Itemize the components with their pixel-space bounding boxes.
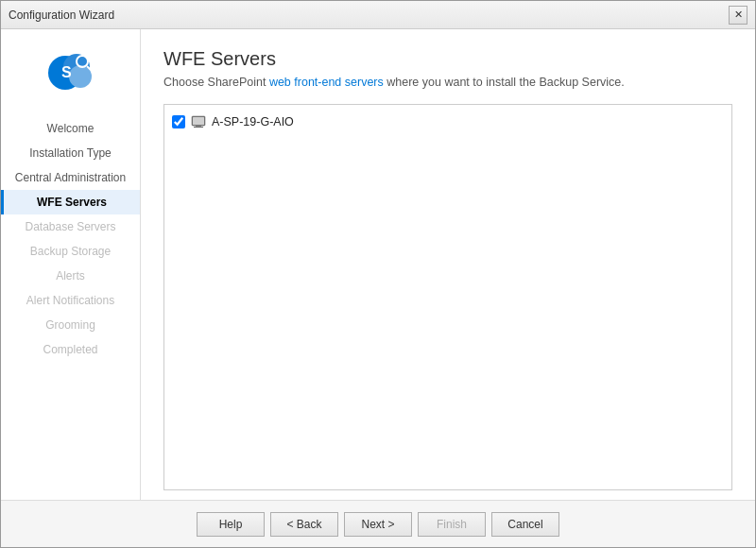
next-button[interactable]: Next > — [344, 512, 412, 537]
server-checkbox[interactable] — [172, 115, 185, 128]
subtitle-plain: Choose SharePoint — [163, 76, 269, 89]
page-subtitle: Choose SharePoint web front-end servers … — [163, 76, 732, 89]
server-list-item: A-SP-19-G-AIO — [172, 112, 724, 131]
svg-text:S: S — [61, 64, 72, 80]
help-button[interactable]: Help — [197, 512, 265, 537]
page-title: WFE Servers — [163, 48, 732, 70]
window-title: Configuration Wizard — [9, 9, 114, 22]
app-logo: S — [46, 48, 95, 97]
sidebar-item-central-administration[interactable]: Central Administration — [1, 165, 140, 190]
close-button[interactable]: ✕ — [729, 6, 747, 25]
configuration-wizard-window: Configuration Wizard ✕ S Welcome Install… — [0, 0, 756, 548]
back-button[interactable]: < Back — [270, 512, 338, 537]
main-content: WFE Servers Choose SharePoint web front-… — [141, 29, 755, 500]
sidebar-item-welcome[interactable]: Welcome — [1, 116, 140, 141]
sidebar-item-installation-type[interactable]: Installation Type — [1, 141, 140, 165]
sidebar-item-backup-storage: Backup Storage — [1, 239, 140, 264]
server-name: A-SP-19-G-AIO — [212, 115, 294, 128]
svg-rect-9 — [194, 127, 203, 128]
sidebar-item-wfe-servers[interactable]: WFE Servers — [1, 190, 140, 214]
sidebar-item-alert-notifications: Alert Notifications — [1, 288, 140, 313]
title-bar: Configuration Wizard ✕ — [1, 1, 755, 29]
button-bar: Help < Back Next > Finish Cancel — [1, 500, 755, 547]
sidebar-item-alerts: Alerts — [1, 264, 140, 288]
sidebar-item-database-servers: Database Servers — [1, 214, 140, 239]
finish-button[interactable]: Finish — [418, 512, 486, 537]
server-icon — [191, 114, 206, 129]
logo-area: S — [1, 39, 140, 116]
subtitle-link[interactable]: web front-end servers — [269, 76, 384, 89]
sidebar-item-grooming: Grooming — [1, 313, 140, 337]
content-area: S Welcome Installation Type Central Admi… — [1, 29, 755, 500]
cancel-button[interactable]: Cancel — [491, 512, 559, 537]
sidebar-item-completed: Completed — [1, 337, 140, 362]
sidebar: S Welcome Installation Type Central Admi… — [1, 29, 141, 500]
svg-rect-7 — [193, 117, 204, 125]
subtitle-rest: where you want to install the Backup Ser… — [384, 76, 625, 89]
server-list: A-SP-19-G-AIO — [163, 104, 732, 490]
